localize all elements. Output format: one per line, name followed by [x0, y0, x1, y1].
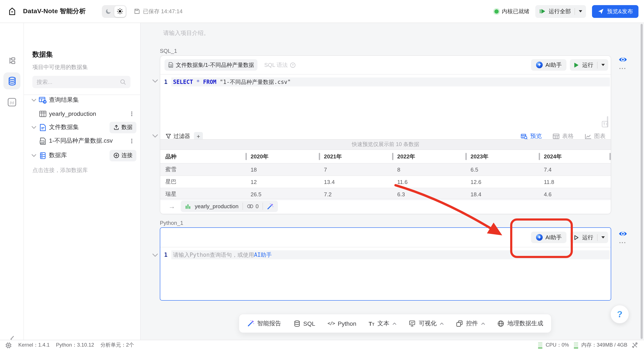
home-button[interactable] [6, 5, 18, 18]
toolbar-label: SQL [303, 320, 315, 327]
magic-wand-icon[interactable] [267, 203, 274, 210]
python-placeholder-ai-link[interactable]: AI助手 [254, 251, 272, 259]
run-all-dropdown-caret[interactable] [579, 10, 582, 12]
preview-publish-button[interactable]: 预览&发布 [592, 5, 638, 18]
eye-visibility-icon[interactable] [618, 56, 627, 63]
sql-code-editor[interactable]: 1 SELECT * FROM "1-不同品种产量数据.csv" [160, 74, 611, 86]
help-button[interactable]: ? [610, 305, 629, 324]
line-chart-icon [585, 133, 592, 139]
play-outline-icon [573, 234, 579, 240]
rail-item-datasets[interactable] [4, 72, 20, 89]
table-cell: 7.4 [539, 163, 611, 175]
tree-item-csv-file[interactable]: csv 1-不同品种产量数据.csv ⋮ [24, 135, 141, 147]
source-dataset-tag[interactable]: csv 文件数据集/1-不同品种产量数据.csv [164, 59, 258, 71]
upload-data-button[interactable]: 数据 [110, 122, 136, 133]
moon-icon [105, 8, 112, 14]
collapse-code-chevron-icon[interactable] [152, 77, 158, 81]
kernel-ready-dot [494, 9, 499, 13]
search-input[interactable] [37, 79, 120, 85]
toolbar-label: 智能报告 [257, 320, 281, 327]
column-header[interactable]: 2021年 [319, 150, 392, 163]
toolbar-label: Python [338, 320, 356, 327]
column-header[interactable]: 2023年 [466, 150, 539, 163]
toolbar-label: 地理数据生成 [508, 320, 543, 327]
column-header[interactable]: 品种 [160, 150, 246, 163]
kebab-menu-icon[interactable]: ⋮ [129, 112, 135, 116]
run-dropdown-caret[interactable] [602, 236, 605, 238]
caret-down-icon[interactable] [32, 126, 37, 129]
light-mode-segment[interactable] [114, 6, 126, 17]
database-server-icon [38, 152, 47, 159]
text-format-icon[interactable] [602, 121, 608, 129]
table-cell: 13.4 [319, 176, 392, 188]
toolbar-item-widgets[interactable]: 控件 [456, 320, 485, 327]
link-count[interactable]: 0 [246, 203, 258, 210]
run-all-button[interactable]: 运行全部 [536, 5, 586, 18]
help-question-icon: ? [617, 309, 622, 319]
run-dropdown-caret[interactable] [602, 64, 605, 66]
more-options-icon[interactable]: ... [619, 239, 626, 243]
sql-cell-label[interactable]: SQL_1 [160, 48, 177, 54]
tree-group-label: 查询结果集 [49, 96, 79, 104]
button-divider [597, 234, 598, 241]
svg-text:(x): (x) [10, 100, 14, 104]
output-dataset-name: yearly_production [195, 203, 238, 210]
database-icon [7, 76, 17, 86]
toolbar-item-smart-report[interactable]: 智能报告 [247, 320, 281, 327]
page-scrollbar[interactable] [640, 24, 643, 339]
svg-text:?: ? [292, 63, 294, 67]
connect-database-button[interactable]: 连接 [110, 150, 136, 161]
cpu-usage: CPU：0% [538, 342, 569, 349]
preview-publish-label: 预览&发布 [607, 7, 633, 15]
project-intro-placeholder[interactable]: 请输入项目介绍。 [163, 29, 209, 37]
caret-down-icon[interactable] [32, 154, 37, 157]
toolbar-item-sql[interactable]: SQL [294, 320, 315, 327]
run-label: 运行 [582, 61, 593, 69]
link-icon [246, 204, 254, 209]
tools-icon[interactable] [632, 342, 638, 348]
ai-assistant-button[interactable]: AI助手 [531, 59, 566, 71]
run-sql-button[interactable]: 运行 [570, 59, 608, 71]
pill-divider [242, 203, 243, 210]
dark-mode-segment[interactable] [103, 6, 114, 17]
more-options-icon[interactable]: ... [619, 65, 626, 68]
database-icon [294, 320, 300, 327]
widget-icon [456, 320, 463, 327]
rail-item-functions[interactable]: (x) [4, 94, 20, 111]
kernel-ready-text: 内核已就绪 [502, 7, 530, 15]
toolbar-item-python[interactable]: </> Python [328, 320, 356, 327]
sql-star: * [196, 79, 200, 85]
tree-item-yearly-production[interactable]: yearly_production ⋮ [24, 107, 141, 120]
svg-text:csv: csv [169, 65, 172, 66]
tree-item-label: 1-不同品种产量数据.csv [49, 137, 113, 145]
database-hint-text: 点击连接，添加数据库 [32, 166, 88, 174]
tree-group-query-results[interactable]: 查询结果集 [24, 94, 141, 106]
collapse-result-chevron-icon[interactable] [152, 132, 158, 136]
collapse-code-chevron-icon[interactable] [152, 251, 158, 255]
toolbar-item-text[interactable]: TT 文本 [369, 320, 396, 327]
output-dataset-pill[interactable]: yearly_production 0 [181, 201, 278, 212]
annotation-highlight-rect [510, 218, 573, 258]
sql-keyword: FROM [203, 79, 216, 85]
arrow-right-icon: → [168, 202, 175, 210]
column-header[interactable]: 2022年 [392, 150, 466, 163]
button-divider [597, 61, 598, 68]
toolbar-item-visualization[interactable]: 可视化 [409, 320, 444, 327]
rail-item-outline[interactable] [4, 52, 20, 69]
column-header[interactable]: 2020年 [246, 150, 319, 163]
caret-down-icon[interactable] [32, 99, 37, 101]
search-icon [120, 79, 126, 85]
column-header[interactable]: 2024年 [539, 150, 611, 163]
sql-code-line[interactable]: SELECT * FROM "1-不同品种产量数据.csv" [171, 77, 610, 86]
theme-toggle[interactable] [102, 5, 126, 18]
toolbar-item-geo-data[interactable]: 地理数据生成 [498, 320, 543, 327]
eye-visibility-icon[interactable] [618, 230, 627, 237]
question-circle-icon[interactable]: ? [290, 62, 296, 68]
tree-group-file-datasets[interactable]: 文件数据集 数据 [24, 121, 141, 134]
dataset-search[interactable] [32, 76, 130, 88]
kebab-menu-icon[interactable]: ⋮ [129, 139, 135, 143]
python-cell-label[interactable]: Python_1 [160, 220, 183, 226]
tree-group-databases[interactable]: 数据库 连接 [24, 149, 141, 162]
connect-database-label: 连接 [122, 152, 132, 159]
run-python-button[interactable]: 运行 [570, 232, 608, 243]
